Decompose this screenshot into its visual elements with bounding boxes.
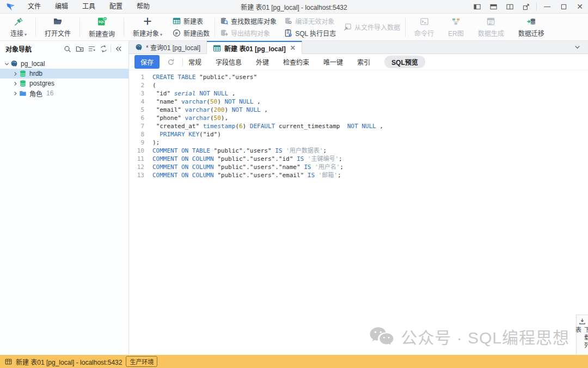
tab-检查约束[interactable]: 检查约束 — [283, 57, 309, 67]
tab-sql-preview[interactable]: SQL预览 — [384, 56, 425, 68]
toolbar-button-new-table[interactable]: 新建表 — [173, 17, 210, 26]
minimize-button[interactable]: — — [539, 0, 555, 13]
data-generate-icon: 101ABC — [486, 17, 495, 26]
code-line: 9); — [129, 138, 588, 147]
save-button[interactable]: 保存 — [134, 55, 160, 69]
tab-list-chevron[interactable] — [567, 41, 588, 53]
toolbar-button-db-export[interactable]: 导出结构对象 — [220, 29, 277, 38]
popout-icon — [523, 3, 530, 10]
menu-item[interactable]: 配置 — [102, 0, 130, 13]
postgres-icon — [10, 60, 18, 68]
toolbar-button-new-query[interactable]: SQL新建查询 — [82, 15, 122, 40]
toolbar-button-data-generate[interactable]: 101ABC数据生成 — [471, 15, 511, 40]
toolbar-button-label: 新建查询 — [89, 29, 115, 38]
toolbar-column: 新建表F新建函数 — [173, 17, 210, 38]
toolbar-button-label: 编译无效对象 — [295, 16, 334, 26]
toolbar-button-db-search[interactable]: 查找数据库对象 — [220, 17, 277, 26]
menu-item[interactable]: 工具 — [75, 0, 102, 13]
tab-索引[interactable]: 索引 — [357, 57, 370, 67]
collapse-all-icon — [88, 45, 96, 53]
db-compile-icon — [284, 17, 292, 25]
svg-text:ABC: ABC — [489, 22, 493, 25]
tree-item-pg_local[interactable]: pg_local — [0, 59, 128, 69]
toolbar-button-file-import[interactable]: 从文件导入数据 — [344, 23, 400, 32]
code-line: 11COMMENT ON COLUMN "public"."users"."id… — [129, 155, 588, 163]
toolbar-button-label: 数据生成 — [478, 28, 504, 38]
dropdown-arrow-icon: ▾ — [160, 32, 162, 37]
toolbar-separator — [405, 18, 406, 37]
table-designer-toolbar: 保存 常规字段信息外键检查约束唯一键索引 SQL预览 — [129, 54, 588, 70]
panel-top-icon — [490, 3, 497, 10]
menu-item[interactable]: 文件 — [21, 0, 48, 13]
code-text: ( — [144, 81, 156, 89]
menu-item[interactable]: 帮助 — [130, 0, 157, 13]
tab-外键[interactable]: 外键 — [256, 57, 269, 67]
refresh-button[interactable] — [165, 56, 177, 68]
app-logo-icon — [4, 2, 16, 12]
sync-button[interactable] — [97, 44, 109, 55]
tab-table-designer[interactable]: 新建 表01 [pg_local]✕ — [207, 41, 302, 54]
line-number: 1 — [129, 73, 144, 81]
chevron-right-icon[interactable] — [12, 81, 19, 86]
close-button[interactable]: ✕ — [572, 0, 588, 13]
close-icon[interactable]: ✕ — [290, 44, 296, 52]
toolbar-button-er-diagram[interactable]: ER图 — [441, 15, 471, 40]
collapse-all-button[interactable] — [85, 44, 97, 55]
sync-icon — [100, 45, 108, 53]
sidebar-header: 对象导航 — [0, 41, 128, 57]
line-number: 11 — [129, 155, 144, 163]
postgres-icon — [135, 44, 143, 51]
sql-log-icon — [284, 29, 292, 37]
maximize-button[interactable] — [555, 0, 572, 13]
menubar: 文件编辑工具配置帮助 — [21, 0, 157, 13]
collapse-sidebar-button[interactable] — [112, 44, 124, 55]
sql-preview-editor[interactable]: 1CREATE TABLE "public"."users"2(3 "id" s… — [129, 70, 588, 355]
tree-item-postgres[interactable]: postgres — [0, 79, 128, 88]
toolbar-button-db-compile[interactable]: 编译无效对象 — [284, 17, 336, 26]
tab-唯一键[interactable]: 唯一键 — [323, 57, 343, 67]
code-line: 2( — [129, 81, 588, 89]
search-button[interactable] — [62, 44, 74, 55]
code-line: 4 "name" varchar(50) NOT NULL , — [129, 98, 588, 106]
tab-常规[interactable]: 常规 — [188, 57, 201, 67]
toolbar-button-terminal[interactable]: 命令行 — [407, 15, 441, 40]
database-icon — [19, 80, 27, 87]
toolbar-button-sql-log[interactable]: SQL 执行日志 — [284, 29, 336, 38]
object-navigation-sidebar: 对象导航 pg_localhrdbpostgres角色16 — [0, 41, 129, 355]
toolbar-button-label: 新建函数 — [183, 28, 210, 38]
line-number: 12 — [129, 163, 144, 171]
panel-left-button[interactable] — [469, 0, 485, 13]
tree-item-hrdb[interactable]: hrdb — [0, 69, 128, 79]
terminal-icon — [420, 17, 429, 26]
popout-button[interactable] — [518, 0, 534, 13]
download-list-tab[interactable]: 下载列表 — [576, 315, 588, 355]
folder-add-button[interactable] — [74, 44, 85, 55]
toolbar-button-new-function[interactable]: F新建函数 — [173, 29, 210, 38]
tree-item-[interactable]: 角色16 — [0, 88, 128, 98]
panel-top-button[interactable] — [485, 0, 501, 13]
tree-item-label: pg_local — [21, 60, 45, 68]
statusbar: 新建 表01 [pg_local] - localhost:5432 生产环境 — [0, 355, 588, 368]
code-line: 12COMMENT ON COLUMN "public"."users"."na… — [129, 163, 588, 171]
menu-item[interactable]: 编辑 — [48, 0, 75, 13]
tab-query[interactable]: * 查询01 [pg_local] — [129, 41, 207, 53]
toolbar-button-open-folder[interactable]: 打开文件 — [38, 15, 78, 40]
code-line: 13COMMENT ON COLUMN "public"."users"."em… — [129, 171, 588, 179]
line-number: 7 — [129, 122, 144, 130]
chevron-right-icon[interactable] — [12, 91, 19, 96]
code-text: "phone" varchar(50), — [144, 114, 228, 122]
toolbar-button-new-object[interactable]: 新建对象▾ — [126, 15, 169, 40]
tree-item-label: postgres — [29, 80, 54, 87]
toolbar-button-data-migrate[interactable]: 数据迁移 — [511, 15, 552, 40]
chevron-down-icon[interactable] — [3, 62, 10, 67]
line-number: 2 — [129, 81, 144, 89]
toolbar-button-plug[interactable]: 连接▾ — [3, 15, 34, 40]
chevron-down-icon — [574, 44, 580, 50]
line-number: 6 — [129, 114, 144, 122]
chevron-right-icon[interactable] — [12, 71, 19, 76]
tab-label: 新建 表01 [pg_local] — [224, 44, 286, 53]
file-import-icon — [344, 23, 352, 31]
tab-字段信息[interactable]: 字段信息 — [216, 57, 242, 67]
split-vertical-button[interactable] — [501, 0, 518, 13]
tree-item-label: hrdb — [29, 70, 42, 77]
